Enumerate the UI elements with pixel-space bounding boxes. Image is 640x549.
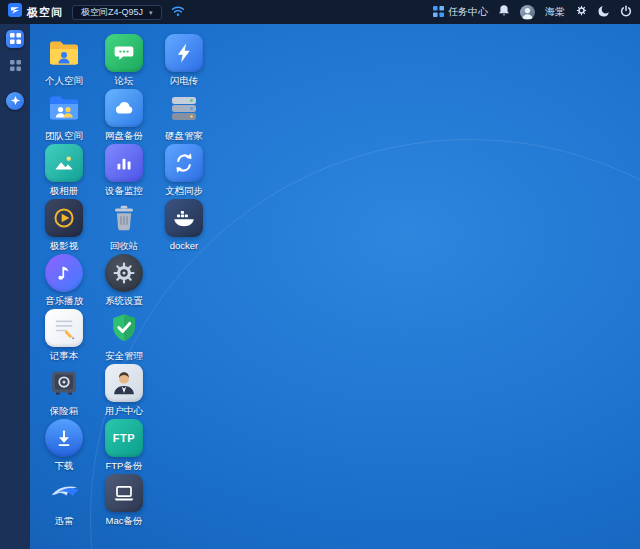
shield-check-icon xyxy=(105,309,143,347)
widgets-grid-icon xyxy=(10,57,21,75)
folder-person-icon xyxy=(45,34,83,72)
sidebar-apps-button[interactable] xyxy=(6,30,24,48)
brand-name: 极空间 xyxy=(27,5,63,20)
app-label: 下载 xyxy=(55,461,74,471)
app-label: 网盘备份 xyxy=(105,131,143,141)
power-button[interactable] xyxy=(620,3,632,21)
thunder-bird-icon xyxy=(45,474,83,512)
bell-icon xyxy=(498,3,510,21)
folder-team-icon xyxy=(45,89,83,127)
app-safe-box[interactable]: 保险箱 xyxy=(34,364,94,416)
sidebar-assistant-button[interactable] xyxy=(6,92,24,110)
app-disk-manager[interactable]: 硬盘管家 xyxy=(154,89,214,141)
app-label: 系统设置 xyxy=(105,296,143,306)
app-row: 音乐播放 系统设置 xyxy=(30,254,640,309)
bar-chart-icon xyxy=(105,144,143,182)
task-center-icon xyxy=(433,6,444,19)
app-download[interactable]: 下载 xyxy=(34,419,94,471)
app-label: 论坛 xyxy=(115,76,134,86)
topbar-right: 任务中心 海棠 xyxy=(433,3,632,21)
theme-moon-button[interactable] xyxy=(598,3,610,21)
app-system-settings[interactable]: 系统设置 xyxy=(94,254,154,306)
app-music-player[interactable]: 音乐播放 xyxy=(34,254,94,306)
forum-chat-icon xyxy=(105,34,143,72)
app-row: 极相册 设备监控 文档同步 xyxy=(30,144,640,199)
app-xunlei[interactable]: 迅雷 xyxy=(34,474,94,526)
apps-grid-icon xyxy=(10,30,21,48)
task-center-button[interactable]: 任务中心 xyxy=(433,5,488,19)
assistant-spark-icon xyxy=(10,92,21,110)
app-label: FTP备份 xyxy=(106,461,143,471)
app-mac-backup[interactable]: Mac备份 xyxy=(94,474,154,526)
app-docker[interactable]: docker xyxy=(154,199,214,251)
app-row: 极影视 回收站 docker xyxy=(30,199,640,254)
topbar: 极空间 极空间Z4-Q95J ▾ 任务中心 xyxy=(0,0,640,24)
username: 海棠 xyxy=(545,5,565,19)
app-label: 极相册 xyxy=(50,186,79,196)
gear-icon xyxy=(575,3,588,21)
download-arrow-icon xyxy=(45,419,83,457)
app-flash-transfer[interactable]: 闪电传 xyxy=(154,34,214,86)
cloud-backup-icon xyxy=(105,89,143,127)
app-photo-album[interactable]: 极相册 xyxy=(34,144,94,196)
app-row: 个人空间 论坛 闪电传 xyxy=(30,34,640,89)
safe-box-icon xyxy=(45,364,83,402)
app-recycle-bin[interactable]: 回收站 xyxy=(94,199,154,251)
app-label: 个人空间 xyxy=(45,76,83,86)
nas-web-desktop: 极空间 极空间Z4-Q95J ▾ 任务中心 xyxy=(0,0,640,549)
sidebar-widgets-button[interactable] xyxy=(6,57,24,75)
app-label: 保险箱 xyxy=(50,406,79,416)
app-cloud-backup[interactable]: 网盘备份 xyxy=(94,89,154,141)
app-label: 闪电传 xyxy=(170,76,199,86)
app-label: 用户中心 xyxy=(105,406,143,416)
app-label: 回收站 xyxy=(110,241,139,251)
app-personal-space[interactable]: 个人空间 xyxy=(34,34,94,86)
power-icon xyxy=(620,3,632,21)
settings-gear-icon xyxy=(105,254,143,292)
app-user-center[interactable]: 用户中心 xyxy=(94,364,154,416)
brand[interactable]: 极空间 xyxy=(8,3,63,21)
app-doc-sync[interactable]: 文档同步 xyxy=(154,144,214,196)
movie-play-icon xyxy=(45,199,83,237)
user-portrait-icon xyxy=(105,364,143,402)
sync-arrows-icon xyxy=(165,144,203,182)
app-forum[interactable]: 论坛 xyxy=(94,34,154,86)
app-label: 团队空间 xyxy=(45,131,83,141)
settings-button[interactable] xyxy=(575,3,588,21)
app-row: 下载 FTP FTP备份 xyxy=(30,419,640,474)
app-team-space[interactable]: 团队空间 xyxy=(34,89,94,141)
app-row: 迅雷 Mac备份 xyxy=(30,474,640,529)
mac-laptop-icon xyxy=(105,474,143,512)
task-center-label: 任务中心 xyxy=(448,5,488,19)
app-logo-icon xyxy=(8,3,22,21)
app-label: 硬盘管家 xyxy=(165,131,203,141)
app-ftp-backup[interactable]: FTP FTP备份 xyxy=(94,419,154,471)
device-selector[interactable]: 极空间Z4-Q95J ▾ xyxy=(72,5,162,20)
trash-can-icon xyxy=(105,199,143,237)
chevron-down-icon: ▾ xyxy=(149,9,153,16)
app-device-monitor[interactable]: 设备监控 xyxy=(94,144,154,196)
moon-icon xyxy=(598,3,610,21)
lightning-icon xyxy=(165,34,203,72)
ftp-badge-text: FTP xyxy=(113,432,135,444)
app-label: 设备监控 xyxy=(105,186,143,196)
app-label: 文档同步 xyxy=(165,186,203,196)
app-row: 团队空间 网盘备份 硬盘管家 xyxy=(30,89,640,144)
app-notepad[interactable]: 记事本 xyxy=(34,309,94,361)
photo-album-icon xyxy=(45,144,83,182)
app-row: 保险箱 用户中心 xyxy=(30,364,640,419)
sidebar xyxy=(0,24,30,549)
app-grid: 个人空间 论坛 闪电传 xyxy=(30,24,640,529)
app-label: docker xyxy=(170,241,199,251)
app-label: 记事本 xyxy=(50,351,79,361)
user-avatar[interactable] xyxy=(520,5,535,20)
app-label: 安全管理 xyxy=(105,351,143,361)
disk-stack-icon xyxy=(165,89,203,127)
app-security[interactable]: 安全管理 xyxy=(94,309,154,361)
notepad-icon xyxy=(45,309,83,347)
notifications-button[interactable] xyxy=(498,3,510,21)
app-row: 记事本 安全管理 xyxy=(30,309,640,364)
app-label: 迅雷 xyxy=(55,516,74,526)
app-label: 音乐播放 xyxy=(45,296,83,306)
app-movies[interactable]: 极影视 xyxy=(34,199,94,251)
